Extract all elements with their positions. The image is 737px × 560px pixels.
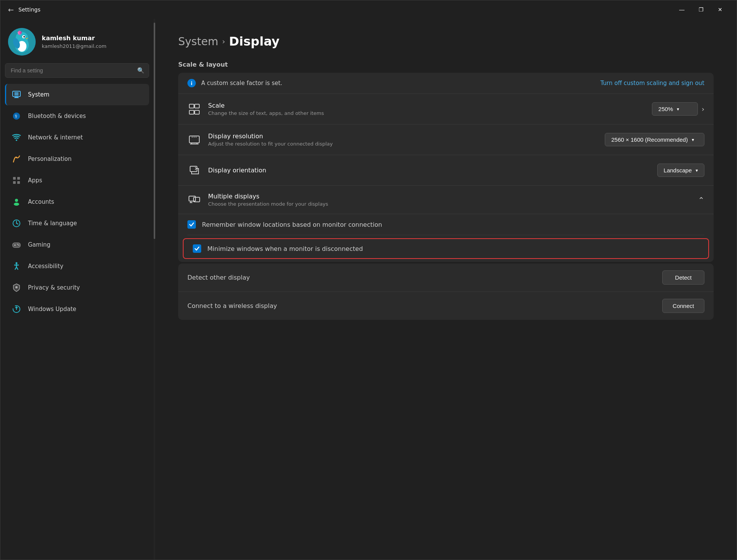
search-input[interactable] [5,63,149,78]
svg-text:⚕: ⚕ [15,113,17,119]
resolution-text: Display resolution Adjust the resolution… [208,133,333,147]
svg-line-39 [16,267,18,270]
user-name: kamlesh kumar [42,34,107,42]
accounts-icon [11,196,22,207]
breadcrumb-chevron: › [222,37,225,46]
svg-line-29 [16,223,18,224]
sidebar-item-accessibility-label: Accessibility [28,263,63,270]
apps-icon [11,175,22,186]
gaming-icon [11,239,22,250]
multiple-displays-label: Multiple displays [208,193,328,200]
update-icon [11,304,22,314]
svg-point-35 [16,262,18,264]
title-bar-title: Settings [18,7,40,13]
orientation-icon [187,164,201,177]
bluetooth-icon: ⚕ [11,111,22,121]
svg-rect-24 [17,181,20,184]
scale-label: Scale [208,102,324,109]
content-area: kamlesh kumar kamlesh2011@gmail.com 🔍 [0,19,737,560]
sidebar-item-system[interactable]: System [5,84,149,105]
maximize-button[interactable]: ❐ [692,3,710,16]
personalization-icon [11,154,22,164]
user-profile: kamlesh kumar kamlesh2011@gmail.com [5,19,149,63]
close-button[interactable]: ✕ [711,3,729,16]
svg-point-40 [15,286,18,288]
sidebar-item-personalization-label: Personalization [28,156,72,162]
multiple-displays-text: Multiple displays Choose the presentatio… [208,193,328,207]
multiple-displays-header[interactable]: Multiple displays Choose the presentatio… [178,186,714,214]
back-icon[interactable]: ← [8,6,14,14]
scale-text: Scale Change the size of text, apps, and… [208,102,324,116]
turn-off-scaling-link[interactable]: Turn off custom scaling and sign out [600,80,704,87]
breadcrumb-current: Display [229,34,279,49]
resolution-row: Display resolution Adjust the resolution… [178,124,714,155]
sidebar-item-network[interactable]: Network & internet [5,127,149,148]
breadcrumb-parent: System [178,35,218,48]
user-email: kamlesh2011@gmail.com [42,43,107,49]
sidebar-item-apps-label: Apps [28,177,42,184]
svg-point-11 [18,31,21,33]
sidebar-item-personalization[interactable]: Personalization [5,148,149,170]
svg-point-5 [23,36,25,38]
sidebar-item-gaming-label: Gaming [28,241,51,248]
sidebar-item-network-label: Network & internet [28,134,83,141]
resolution-row-left: Display resolution Adjust the resolution… [187,133,333,147]
sidebar-item-time[interactable]: Time & language [5,213,149,234]
svg-rect-21 [13,177,16,180]
orientation-dropdown[interactable]: Landscape ▾ [657,164,704,177]
main-content: System › Display Scale & layout i A cust… [155,19,737,560]
remember-windows-label: Remember window locations based on monit… [202,221,382,228]
scale-control: 250% ▾ › [652,102,704,116]
svg-rect-14 [15,92,18,96]
resolution-dropdown[interactable]: 2560 × 1600 (Recommended) ▾ [605,133,704,146]
sidebar-item-accounts[interactable]: Accounts [5,191,149,213]
detect-button[interactable]: Detect [662,270,704,285]
search-icon: 🔍 [137,67,144,74]
sidebar-item-apps[interactable]: Apps [5,170,149,191]
network-icon [11,132,22,143]
breadcrumb: System › Display [178,34,714,49]
connect-button[interactable]: Connect [662,299,704,313]
info-icon: i [187,79,196,87]
sidebar: kamlesh kumar kamlesh2011@gmail.com 🔍 [0,19,154,560]
svg-rect-16 [14,97,19,98]
svg-point-33 [17,244,18,245]
remember-windows-row: Remember window locations based on monit… [187,214,704,235]
svg-point-19 [16,139,17,141]
scale-icon [187,102,201,116]
bottom-action-section: Detect other display Detect Connect to a… [178,264,714,320]
sidebar-item-gaming[interactable]: Gaming [5,234,149,255]
sidebar-item-accessibility[interactable]: Accessibility [5,255,149,277]
sidebar-item-accounts-label: Accounts [28,198,54,205]
resolution-desc: Adjust the resolution to fit your connec… [208,141,333,147]
minimize-button[interactable]: — [673,3,691,16]
scale-layout-section: i A custom scale factor is set. Turn off… [178,73,714,262]
svg-point-34 [18,245,20,246]
section-scale-layout-title: Scale & layout [178,61,714,68]
sidebar-item-update-label: Windows Update [28,306,76,313]
search-box: 🔍 [5,63,149,78]
minimize-windows-checkbox[interactable] [193,244,201,253]
svg-rect-22 [17,177,20,180]
avatar [8,28,36,56]
sidebar-item-update[interactable]: Windows Update [5,298,149,320]
svg-point-26 [14,203,19,206]
resolution-label: Display resolution [208,133,333,140]
scale-dropdown[interactable]: 250% ▾ [652,102,698,116]
orientation-text: Display orientation [208,167,266,174]
sidebar-item-bluetooth[interactable]: ⚕ Bluetooth & devices [5,105,149,127]
remember-windows-checkbox[interactable] [187,220,196,229]
scale-chevron[interactable]: › [702,105,704,113]
orientation-row: Display orientation Landscape ▾ [178,155,714,186]
svg-rect-53 [189,196,195,201]
multiple-displays-desc: Choose the presentation mode for your di… [208,201,328,207]
sidebar-item-privacy-label: Privacy & security [28,284,80,291]
detect-display-label: Detect other display [187,274,250,281]
resolution-control: 2560 × 1600 (Recommended) ▾ [605,133,704,146]
sidebar-item-privacy[interactable]: Privacy & security [5,277,149,298]
multiple-displays-options: Remember window locations based on monit… [178,214,714,259]
sidebar-item-time-label: Time & language [28,220,77,227]
multiple-displays-toggle-icon: ⌃ [698,195,704,205]
info-banner-left: i A custom scale factor is set. [187,79,282,87]
title-bar-left: ← Settings [8,6,41,14]
